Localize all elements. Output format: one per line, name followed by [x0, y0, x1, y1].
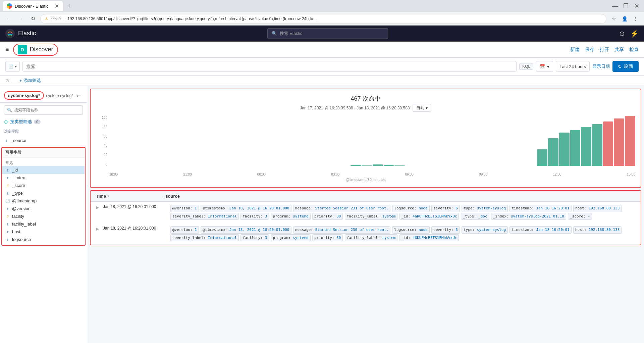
- help-icon[interactable]: ⊙: [619, 30, 625, 38]
- new-tab-button[interactable]: +: [64, 1, 74, 11]
- chart-bar: [548, 138, 558, 166]
- field-type-t-icon: t: [5, 191, 10, 195]
- source-tag: @timestamp: Jan 18, 2021 @ 16:20:01.000: [201, 205, 291, 212]
- search-input-wrap[interactable]: [22, 61, 517, 72]
- global-search-placeholder: 搜索 Elastic: [280, 31, 303, 37]
- global-search-box[interactable]: 🔍 搜索 Elastic: [267, 28, 388, 39]
- field-facility-name: facility: [12, 214, 82, 219]
- field-name: _source: [11, 138, 83, 143]
- index-selector-button[interactable]: 📄 ▾: [5, 61, 20, 72]
- chart-container: 467 次命中 Jan 17, 2021 @ 16:20:39.588 - Ja…: [90, 89, 641, 188]
- menu-icon[interactable]: ≡: [5, 46, 9, 53]
- time-range-button[interactable]: Last 24 hours: [556, 61, 590, 72]
- reload-button[interactable]: ↻: [28, 14, 38, 23]
- index-icon: 📄: [8, 64, 13, 69]
- kql-badge[interactable]: KQL: [519, 63, 533, 70]
- y-label-0: 0: [105, 162, 107, 166]
- field-facility-label-name: facility_label: [12, 222, 82, 227]
- sidebar-search-wrap[interactable]: 🔍: [4, 105, 83, 115]
- browser-action-buttons: ☆ 👤 ⋮: [609, 14, 640, 23]
- profile-button[interactable]: 👤: [620, 14, 629, 23]
- minimize-button[interactable]: —: [610, 1, 620, 11]
- search-input[interactable]: [26, 64, 513, 69]
- source-tag: type: system-syslog: [462, 226, 508, 234]
- share-button[interactable]: 共享: [614, 47, 624, 53]
- filter-settings-icon[interactable]: ⊙: [5, 78, 9, 83]
- active-tab[interactable]: Discover - Elastic ✕: [3, 1, 63, 11]
- field-item-logsource[interactable]: t logsource: [2, 236, 85, 243]
- field-item-id[interactable]: t _id: [2, 166, 85, 174]
- tab-close-button[interactable]: ✕: [55, 3, 59, 9]
- more-menu-button[interactable]: ⋮: [631, 14, 640, 23]
- auto-interval-button[interactable]: 自动 ▾: [413, 104, 431, 112]
- source-tag: host: 192.168.80.133: [573, 226, 622, 234]
- add-filter-button[interactable]: + 添加筛选: [19, 78, 41, 84]
- source-tag: facility_label: system: [345, 234, 398, 242]
- field-item-timestamp[interactable]: 🕐 @timestamp: [2, 197, 85, 205]
- chart-area: 100 80 60 40 20 0 18:00 21:00 00:00 03:0…: [96, 116, 635, 176]
- source-column-header: _source: [163, 194, 635, 199]
- bookmark-button[interactable]: ☆: [609, 14, 619, 23]
- show-date-button[interactable]: 显示日期: [592, 63, 610, 69]
- selected-field-source[interactable]: t _source: [0, 137, 87, 144]
- source-tag: timestamp: Jan 18 16:20:01: [509, 226, 571, 234]
- selected-fields-section-label: 选定字段: [0, 128, 87, 135]
- field-item-type[interactable]: t _type: [2, 189, 85, 197]
- available-fields-section: 可用字段 常见 t _id t _index # _score: [1, 147, 86, 246]
- time-column-header[interactable]: Time ▾: [96, 194, 163, 199]
- sidebar-collapse-button[interactable]: ⇐: [76, 92, 81, 99]
- calendar-button[interactable]: 📅 ▾: [536, 61, 553, 72]
- field-type-name: _type: [12, 191, 82, 196]
- index-pattern-caret[interactable]: system-syslog*: [46, 93, 73, 98]
- inspect-button[interactable]: 检查: [629, 47, 639, 53]
- field-item-score[interactable]: # _score: [2, 182, 85, 189]
- tab-bar: Discover - Elastic ✕ + — ❐ ✕: [0, 0, 644, 12]
- source-tag: facility: 3: [240, 213, 269, 220]
- source-tag: _id: 46KUFHcB5TS1EMhkVxUc: [399, 234, 459, 242]
- x-label-15: 15:00: [627, 173, 635, 176]
- row-expander-button[interactable]: ▶: [96, 205, 99, 210]
- user-icon[interactable]: ⚡: [630, 30, 639, 38]
- save-button[interactable]: 保存: [585, 47, 594, 53]
- field-item-facility[interactable]: # facility: [2, 212, 85, 220]
- y-label-40: 40: [104, 144, 107, 147]
- x-label-21: 21:00: [183, 173, 192, 176]
- open-button[interactable]: 打开: [600, 47, 609, 53]
- main-layout: system-syslog* system-syslog* ⇐ 🔍 ⊙ 按类型筛…: [0, 86, 644, 343]
- address-bar[interactable]: ⚠ 不安全 | 192.168.80.136:5601/app/discover…: [40, 14, 606, 23]
- field-item-version[interactable]: t @version: [2, 205, 85, 212]
- elastic-logo[interactable]: Elastic: [5, 29, 36, 38]
- field-item-facility-label[interactable]: t facility_label: [2, 220, 85, 228]
- field-type-t-icon: t: [5, 222, 10, 226]
- url-text: 192.168.80.136:5601/app/discover#/?_g=(f…: [67, 16, 602, 21]
- type-filter[interactable]: ⊙ 按类型筛选 0: [0, 117, 87, 128]
- top-navigation: Elastic 🔍 搜索 Elastic ⊙ ⚡: [0, 26, 644, 42]
- chart-bar: [537, 149, 547, 166]
- field-index-name: _index: [12, 175, 82, 180]
- discover-label: Discover: [30, 46, 53, 53]
- sidebar-search-input[interactable]: [14, 108, 80, 112]
- back-button[interactable]: ←: [4, 14, 13, 23]
- field-type-t-icon: t: [5, 207, 10, 211]
- row-expander-button[interactable]: ▶: [96, 227, 99, 231]
- global-search-container: 🔍 搜索 Elastic: [41, 28, 614, 39]
- refresh-button[interactable]: ↻ 刷新: [612, 61, 639, 72]
- field-item-index[interactable]: t _index: [2, 174, 85, 182]
- new-button[interactable]: 新建: [570, 47, 580, 53]
- field-item-host[interactable]: t host: [2, 228, 85, 236]
- x-label-12: 12:00: [553, 173, 561, 176]
- sidebar-search: 🔍: [0, 103, 87, 117]
- maximize-button[interactable]: ❐: [621, 1, 631, 11]
- index-pattern-name[interactable]: system-syslog*: [4, 91, 44, 100]
- available-fields-header: 可用字段: [2, 148, 85, 158]
- source-tag: @timestamp: Jan 18, 2021 @ 16:20:01.000: [201, 226, 291, 234]
- filter-separator: —: [12, 78, 17, 83]
- close-button[interactable]: ✕: [632, 1, 641, 11]
- source-tag: severity_label: Informational: [170, 234, 239, 242]
- forward-button[interactable]: →: [16, 14, 25, 23]
- search-bar: 📄 ▾ KQL 📅 ▾ Last 24 hours 显示日期 ↻ 刷新: [0, 58, 644, 76]
- chart-bar: [592, 124, 602, 166]
- field-type-t-icon: t: [5, 230, 10, 234]
- x-label-06: 06:00: [405, 173, 414, 176]
- add-filter-label: 添加筛选: [23, 78, 41, 84]
